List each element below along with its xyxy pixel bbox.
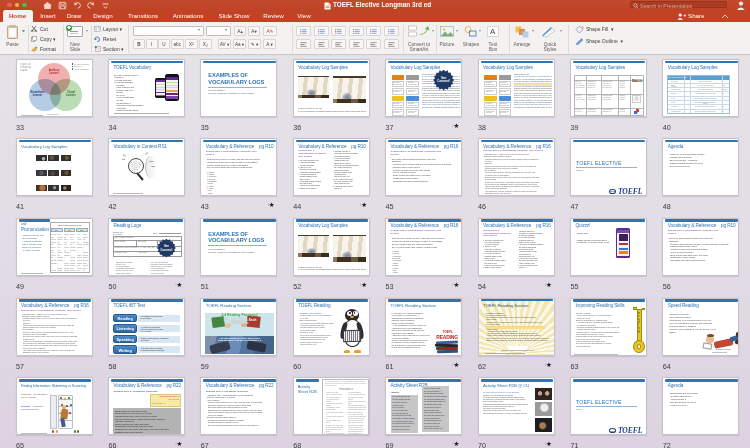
svg-text:A: A xyxy=(490,27,496,36)
